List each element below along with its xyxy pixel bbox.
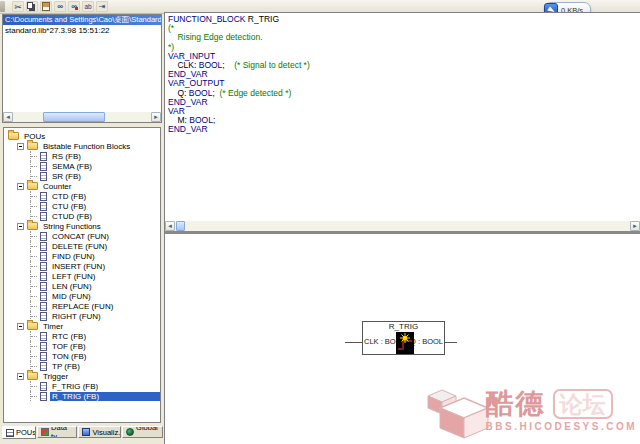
tree-connector bbox=[30, 161, 38, 171]
clipped-icon[interactable] bbox=[0, 1, 5, 12]
tree-label: Timer bbox=[41, 322, 65, 331]
tree-item-len-fun[interactable]: LEN (FUN) bbox=[4, 281, 160, 291]
tab-data-ty[interactable]: Data ty.. bbox=[37, 426, 77, 438]
pou-document-icon bbox=[40, 202, 47, 211]
pou-document-icon bbox=[40, 242, 47, 251]
tree-label: DELETE (FUN) bbox=[50, 242, 109, 251]
cut-icon[interactable] bbox=[12, 1, 24, 12]
tree-connector bbox=[30, 271, 38, 281]
object-organizer: POUsBistable Function BlocksRS (FB)SEMA … bbox=[2, 126, 162, 424]
tree-item-ton-fb[interactable]: TON (FB) bbox=[4, 351, 160, 361]
scroll-right-arrow-icon[interactable]: ► bbox=[630, 221, 640, 231]
find-next-icon[interactable] bbox=[68, 1, 80, 12]
library-entry[interactable]: standard.lib*27.3.98 15:51:22 bbox=[3, 25, 161, 36]
tree-label: CONCAT (FUN) bbox=[50, 232, 111, 241]
body-editor[interactable]: R_TRIG CLK : BOOL Q : BOOL bbox=[165, 234, 640, 444]
tree-label: SR (FB) bbox=[50, 172, 83, 181]
tree-label: TON (FB) bbox=[50, 352, 89, 361]
library-window-titlebar[interactable]: C:\Documents and Settings\Cao\桌面\Standar… bbox=[3, 15, 161, 25]
tree-item-ctd-fb[interactable]: CTD (FB) bbox=[4, 191, 160, 201]
watermark-brand: 酷德 bbox=[486, 385, 546, 423]
tree-label: TOF (FB) bbox=[50, 342, 88, 351]
goto-icon[interactable] bbox=[96, 1, 108, 12]
cube-logo-icon bbox=[422, 388, 494, 440]
folder-icon bbox=[27, 322, 38, 330]
folder-icon bbox=[27, 182, 38, 190]
tree-item-rs-fb[interactable]: RS (FB) bbox=[4, 151, 160, 161]
scroll-left-arrow-icon[interactable]: ◄ bbox=[3, 112, 13, 122]
collapse-icon[interactable] bbox=[17, 183, 24, 190]
tree-item-left-fun[interactable]: LEFT (FUN) bbox=[4, 271, 160, 281]
tree-folder-timer[interactable]: Timer bbox=[4, 321, 160, 331]
scroll-right-arrow-icon[interactable]: ► bbox=[151, 112, 161, 122]
code-line: CLK: BOOL; (* Signal to detect *) bbox=[168, 61, 640, 70]
code-line: *) bbox=[168, 43, 640, 52]
tree-connector bbox=[30, 201, 38, 211]
data-tab-icon bbox=[41, 428, 49, 436]
tree-item-tof-fb[interactable]: TOF (FB) bbox=[4, 341, 160, 351]
scrollbar-track[interactable] bbox=[13, 112, 151, 122]
rising-edge-icon bbox=[396, 332, 414, 354]
tree-item-find-fun[interactable]: FIND (FUN) bbox=[4, 251, 160, 261]
tree-connector bbox=[30, 231, 38, 241]
tree-label: POUs bbox=[22, 132, 47, 141]
code-line: Rising Edge detection. bbox=[168, 33, 640, 42]
tree-item-r-trig-fb[interactable]: R_TRIG (FB) bbox=[4, 391, 160, 401]
watermark-url: BBS.HICODESYS.COM bbox=[486, 421, 637, 432]
tree-item-sema-fb[interactable]: SEMA (FB) bbox=[4, 161, 160, 171]
code-text: ; bbox=[212, 88, 219, 98]
code-keyword: FUNCTION_BLOCK bbox=[168, 14, 245, 24]
pou-document-icon bbox=[40, 152, 47, 161]
tree-connector bbox=[30, 341, 38, 351]
function-block-rtrig[interactable]: R_TRIG CLK : BOOL Q : BOOL bbox=[362, 321, 445, 355]
tree-label: RIGHT (FUN) bbox=[50, 312, 103, 321]
tree-folder-bistable-function-blocks[interactable]: Bistable Function Blocks bbox=[4, 141, 160, 151]
tree-label: MID (FUN) bbox=[50, 292, 93, 301]
code-line: FUNCTION_BLOCK R_TRIG bbox=[168, 15, 640, 24]
tab-pous[interactable]: POUs bbox=[2, 426, 36, 439]
scrollbar-thumb[interactable] bbox=[176, 221, 185, 231]
pou-document-icon bbox=[40, 192, 47, 201]
tree-connector bbox=[30, 351, 38, 361]
tree-item-rtc-fb[interactable]: RTC (FB) bbox=[4, 331, 160, 341]
tree-label: F_TRIG (FB) bbox=[50, 382, 100, 391]
tree-label: LEN (FUN) bbox=[50, 282, 94, 291]
pous-tab-icon bbox=[6, 429, 14, 437]
collapse-icon[interactable] bbox=[17, 223, 24, 230]
function-block-title: R_TRIG bbox=[363, 322, 444, 332]
code-comment: (* Signal to detect *) bbox=[234, 60, 310, 70]
paste-icon[interactable] bbox=[40, 1, 52, 12]
tree-folder-trigger[interactable]: Trigger bbox=[4, 371, 160, 381]
tree-item-delete-fun[interactable]: DELETE (FUN) bbox=[4, 241, 160, 251]
tree-item-concat-fun[interactable]: CONCAT (FUN) bbox=[4, 231, 160, 241]
tree-item-ctu-fb[interactable]: CTU (FB) bbox=[4, 201, 160, 211]
tree-item-f-trig-fb[interactable]: F_TRIG (FB) bbox=[4, 381, 160, 391]
folder-icon bbox=[27, 222, 38, 230]
pou-document-icon bbox=[40, 392, 47, 401]
declaration-editor[interactable]: FUNCTION_BLOCK R_TRIG(* Rising Edge dete… bbox=[165, 13, 640, 221]
tab-visualiz[interactable]: Visualiz.. bbox=[78, 426, 121, 438]
tree-folder-counter[interactable]: Counter bbox=[4, 181, 160, 191]
tree-label: R_TRIG (FB) bbox=[50, 392, 160, 401]
tree-folder-string-functions[interactable]: String Functions bbox=[4, 221, 160, 231]
tree-item-replace-fun[interactable]: REPLACE (FUN) bbox=[4, 301, 160, 311]
collapse-icon[interactable] bbox=[17, 323, 24, 330]
scrollbar-track[interactable] bbox=[175, 221, 630, 231]
tab-global[interactable]: Global .. bbox=[122, 426, 163, 438]
organizer-tabbar: POUsData ty..Visualiz..Global .. bbox=[0, 425, 164, 444]
code-comment: (* Edge detected *) bbox=[220, 88, 292, 98]
folder-icon bbox=[8, 132, 19, 140]
collapse-icon[interactable] bbox=[17, 143, 24, 150]
find-icon[interactable] bbox=[54, 1, 66, 12]
tree-item-mid-fun[interactable]: MID (FUN) bbox=[4, 291, 160, 301]
tree-connector bbox=[30, 281, 38, 291]
pou-document-icon bbox=[40, 352, 47, 361]
pou-document-icon bbox=[40, 212, 47, 221]
replace-icon[interactable] bbox=[82, 1, 94, 12]
pou-document-icon bbox=[40, 362, 47, 371]
scroll-left-arrow-icon[interactable]: ◄ bbox=[165, 221, 175, 231]
collapse-icon[interactable] bbox=[17, 373, 24, 380]
tree-item-insert-fun[interactable]: INSERT (FUN) bbox=[4, 261, 160, 271]
copy-icon[interactable] bbox=[26, 1, 38, 12]
scrollbar-thumb[interactable] bbox=[43, 112, 105, 122]
